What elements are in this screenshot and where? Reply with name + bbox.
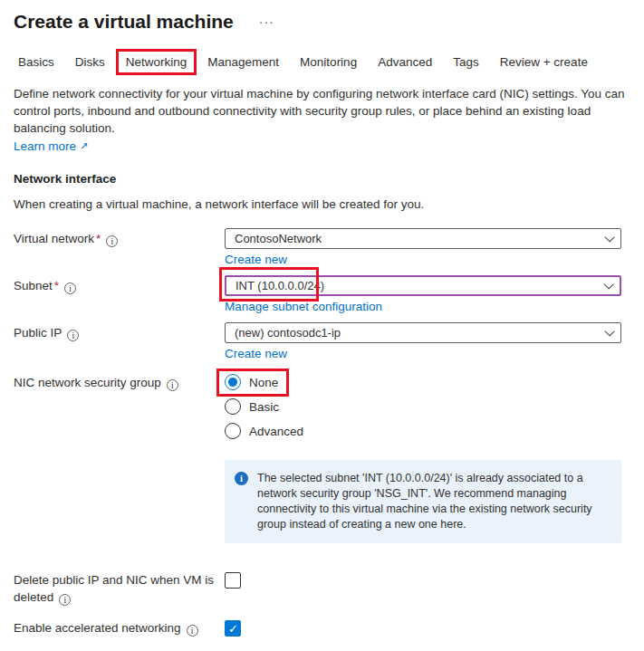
radio-button[interactable] [225,423,241,439]
public-ip-label: Public IP [14,322,225,361]
more-options-icon[interactable]: ··· [259,14,274,29]
create-new-ip-link[interactable]: Create new [225,347,287,360]
radio-button[interactable] [225,374,241,390]
tab-monitoring[interactable]: Monitoring [300,53,357,72]
subnet-row: Subnet* INT (10.0.0.0/24) Manage subnet … [0,275,644,314]
subnet-dropdown[interactable]: INT (10.0.0.0/24) [225,275,621,296]
page-title: Create a virtual machine [14,11,234,33]
info-icon[interactable] [106,235,118,247]
delete-ip-row: Delete public IP and NIC when VM is dele… [0,571,644,606]
tab-advanced[interactable]: Advanced [378,53,432,72]
page-header: Create a virtual machine ··· [0,0,644,33]
tab-management[interactable]: Management [207,53,279,72]
delete-ip-label: Delete public IP and NIC when VM is dele… [14,571,225,606]
radio-option-basic[interactable]: Basic [225,398,621,415]
virtual-network-value: ContosoNetwork [235,232,322,245]
public-ip-dropdown[interactable]: (new) contosodc1-ip [225,322,621,343]
virtual-network-dropdown[interactable]: ContosoNetwork [225,228,621,249]
subnet-nsg-info-box: The selected subnet 'INT (10.0.0.0/24)' … [225,460,621,543]
intro-text: Define network connectivity for your vir… [14,85,631,137]
tab-bar: Basics Disks Networking Management Monit… [18,53,644,72]
virtual-network-row: Virtual network* ContosoNetwork Create n… [0,228,644,267]
chevron-down-icon [603,279,613,289]
subnet-label: Subnet* [14,275,225,314]
tab-disks[interactable]: Disks [75,53,105,72]
radio-button[interactable] [225,398,241,415]
section-title: Network interface [14,172,644,186]
tab-tags[interactable]: Tags [453,53,479,72]
nic-nsg-row: NIC network security group None Basic Ad… [0,372,644,447]
radio-option-advanced[interactable]: Advanced [225,423,621,439]
radio-option-none[interactable]: None [225,374,621,390]
subnet-value: INT (10.0.0.0/24) [235,279,324,292]
chevron-down-icon [604,232,614,242]
info-icon[interactable] [167,379,178,391]
public-ip-row: Public IP (new) contosodc1-ip Create new [0,322,644,361]
accel-networking-row: Enable accelerated networking [0,619,644,637]
chevron-down-icon [604,326,614,336]
create-new-vnet-link[interactable]: Create new [225,253,287,266]
info-icon [235,472,248,485]
tab-networking[interactable]: Networking [116,49,197,75]
info-icon[interactable] [64,282,76,294]
external-link-icon: ↗ [80,141,88,151]
delete-ip-checkbox[interactable] [225,572,241,589]
info-box-text: The selected subnet 'INT (10.0.0.0/24)' … [257,471,600,532]
virtual-network-label: Virtual network* [14,228,225,267]
info-icon[interactable] [67,330,79,341]
tab-review-create[interactable]: Review + create [500,53,588,72]
create-vm-page: Create a virtual machine ··· Basics Disk… [0,0,644,651]
required-asterisk: * [96,232,101,245]
learn-more-link[interactable]: Learn more [14,139,76,153]
nic-nsg-label: NIC network security group [14,372,225,447]
section-subtitle: When creating a virtual machine, a netwo… [14,197,644,211]
tab-basics[interactable]: Basics [18,53,54,72]
info-icon[interactable] [187,625,198,637]
manage-subnet-link[interactable]: Manage subnet configuration [225,300,382,313]
accel-networking-label: Enable accelerated networking [14,619,225,637]
public-ip-value: (new) contosodc1-ip [235,326,341,340]
nic-nsg-radio-group: None Basic Advanced [225,372,621,447]
required-asterisk: * [54,279,59,292]
networking-form: Virtual network* ContosoNetwork Create n… [0,228,644,637]
accel-networking-checkbox[interactable] [225,620,241,637]
info-icon[interactable] [59,594,71,606]
